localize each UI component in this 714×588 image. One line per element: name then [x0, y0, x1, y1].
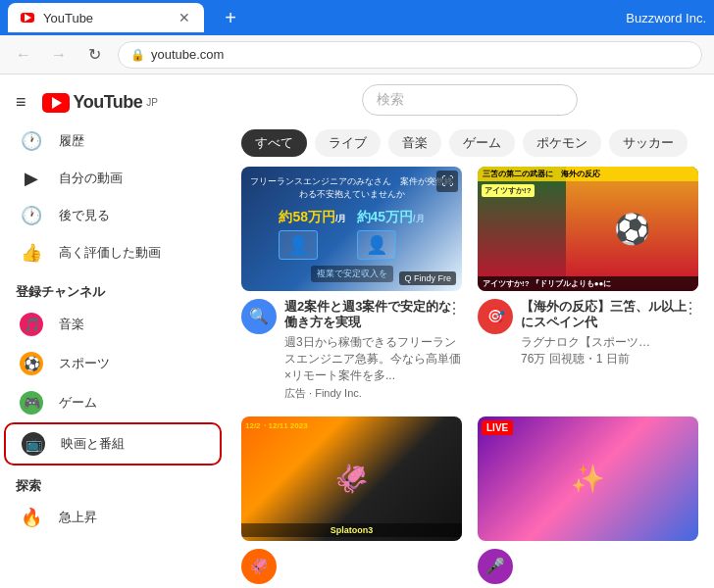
video-details-live: [521, 549, 698, 584]
content-area: 検索 すべて ライブ 音楽 ゲーム ポケモン サッカー フリーランスエンジニアの…: [226, 74, 714, 588]
subscriptions-section-title: 登録チャンネル: [0, 271, 226, 305]
browser-topright-text: Buzzword Inc.: [626, 11, 706, 25]
video-card-live: LIVE ✨ 🎤: [470, 416, 698, 584]
video-thumb-splatoon[interactable]: 12/2・12/11 2023 🦑 Splatoon3: [241, 416, 462, 541]
new-tab-button[interactable]: +: [216, 7, 245, 29]
sidebar-item-gaming-channel[interactable]: 🎮 ゲーム: [4, 383, 222, 422]
video-thumb-ad[interactable]: フリーランスエンジニアのみなさん 案件が突然終わる不安抱えていませんか 約58万…: [241, 167, 462, 291]
yt-icon: [42, 93, 70, 113]
play-icon: ▶: [20, 168, 43, 189]
chip-live[interactable]: ライブ: [315, 129, 381, 157]
content-header: 検索: [226, 74, 714, 125]
thumb-ad-title: フリーランスエンジニアのみなさん 案件が突然終わる不安抱えていませんか: [249, 175, 454, 201]
forward-button[interactable]: →: [47, 46, 71, 64]
sidebar: ≡ YouTubeJP 🕐 履歴 ▶ 自分の動画 🕐 後で見る 👍 高く評価した…: [0, 74, 226, 588]
thumb-sport-content: ⚽ 三笘の第二の武器に 海外の反応 アイツすか!? 『ドリブルよりも●●に アイ…: [478, 167, 698, 291]
sidebar-item-music-channel[interactable]: 🎵 音楽: [4, 305, 222, 344]
tab-title: YouTube: [43, 11, 169, 25]
sidebar-item-liked[interactable]: 👍 高く評価した動画: [4, 234, 222, 271]
tab-close-button[interactable]: ✕: [177, 10, 192, 25]
sidebar-label-gaming-channel: ゲーム: [59, 394, 97, 412]
youtube-logo[interactable]: YouTubeJP: [42, 92, 159, 113]
thumb-live-content: LIVE ✨: [478, 416, 698, 541]
chip-all[interactable]: すべて: [241, 129, 307, 157]
chip-soccer[interactable]: サッカー: [609, 129, 688, 157]
yt-logo-text: YouTube: [74, 92, 143, 113]
video-info-splatoon: 🦑: [241, 549, 462, 584]
thumb-player: ⚽: [566, 167, 698, 291]
music-channel-avatar: 🎵: [20, 313, 43, 336]
sidebar-header: ≡ YouTubeJP: [0, 82, 226, 122]
splatoon-subtitle: Splatoon3: [241, 523, 462, 537]
sidebar-label-sports-channel: スポーツ: [59, 355, 110, 372]
video-thumb-sport[interactable]: ⚽ 三笘の第二の武器に 海外の反応 アイツすか!? 『ドリブルよりも●●に アイ…: [478, 167, 698, 291]
thumb-sport-overlay-bottom: アイツすか!? 『ドリブルよりも●●に: [478, 276, 698, 291]
video-meta-sport: 76万 回視聴・1 日前: [521, 351, 698, 368]
history-icon: 🕐: [20, 130, 43, 152]
browser-addressbar: ← → ↻ 🔒 youtube.com: [0, 35, 714, 74]
hamburger-menu-button[interactable]: ≡: [16, 92, 26, 113]
explore-section-title: 探索: [0, 466, 226, 499]
video-info-ad: 🔍 週2案件と週3案件で安定的な働き方を実現 週3日から稼働できるフリーランスエ…: [241, 299, 462, 402]
gaming-channel-avatar: 🎮: [20, 391, 43, 415]
refresh-button[interactable]: ↻: [82, 45, 106, 64]
findy-logo: Q Findy Fre: [399, 271, 456, 285]
main-layout: ≡ YouTubeJP 🕐 履歴 ▶ 自分の動画 🕐 後で見る 👍 高く評価した…: [0, 74, 714, 588]
video-info-sport: 🎯 【海外の反応】三笘、ル以上にスペイン代 ラグナロク【スポーツ… 76万 回視…: [478, 299, 698, 368]
browser-titlebar: YouTube ✕ + Buzzword Inc.: [0, 0, 714, 35]
tab-favicon: [20, 10, 35, 25]
sidebar-label-history: 履歴: [59, 132, 84, 150]
video-card-splatoon: 12/2・12/11 2023 🦑 Splatoon3 🦑: [241, 416, 470, 584]
video-channel-name-sport: ラグナロク【スポーツ…: [521, 334, 698, 351]
search-placeholder-text: 検索: [377, 91, 404, 109]
yellow-badge: アイツすか!?: [482, 184, 535, 197]
video-channel-avatar-splatoon: 🦑: [241, 549, 277, 584]
video-details-splatoon: [284, 549, 462, 584]
thumb-ad-bottom: 複業で安定収入を: [311, 266, 393, 282]
video-title-ad: 週2案件と週3案件で安定的な働き方を実現: [284, 299, 462, 332]
live-visual: ✨: [571, 463, 605, 495]
video-info-live: 🎤: [478, 549, 698, 584]
yt-logo-jp: JP: [146, 97, 158, 108]
sidebar-label-watch-later: 後で見る: [59, 207, 110, 224]
video-card-sport: ⚽ 三笘の第二の武器に 海外の反応 アイツすか!? 『ドリブルよりも●●に アイ…: [470, 167, 698, 401]
sidebar-item-trending[interactable]: 🔥 急上昇: [4, 499, 222, 536]
sidebar-label-liked: 高く評価した動画: [59, 244, 161, 262]
sports-channel-avatar: ⚽: [20, 352, 43, 375]
video-more-button-ad[interactable]: ⋮: [446, 299, 462, 318]
thumbs-up-icon: 👍: [20, 242, 43, 264]
sidebar-item-watch-later[interactable]: 🕐 後で見る: [4, 197, 222, 234]
search-box[interactable]: 検索: [362, 84, 578, 116]
address-bar[interactable]: 🔒 youtube.com: [118, 41, 702, 69]
video-channel-avatar-sport: 🎯: [478, 299, 513, 334]
thumb-splatoon-text: 12/2・12/11 2023: [245, 420, 308, 431]
lock-icon: 🔒: [130, 48, 145, 62]
chip-music[interactable]: 音楽: [388, 129, 441, 157]
video-card-ad: フリーランスエンジニアのみなさん 案件が突然終わる不安抱えていませんか 約58万…: [241, 167, 470, 401]
sidebar-item-movies-channel[interactable]: 📺 映画と番組: [4, 422, 222, 466]
thumb-sport-overlay-top: 三笘の第二の武器に 海外の反応: [478, 167, 698, 181]
sidebar-label-movies-channel: 映画と番組: [61, 435, 125, 453]
sidebar-item-my-videos[interactable]: ▶ 自分の動画: [4, 160, 222, 197]
video-details-ad: 週2案件と週3案件で安定的な働き方を実現 週3日から稼働できるフリーランスエンジ…: [284, 299, 462, 402]
video-channel-avatar-live: 🎤: [478, 549, 513, 584]
video-more-button-sport[interactable]: ⋮: [683, 299, 698, 318]
video-thumb-live[interactable]: LIVE ✨: [478, 416, 698, 541]
browser-tab[interactable]: YouTube ✕: [8, 3, 204, 32]
thumb-ad-sub: 約45万円/月: [357, 209, 425, 226]
splatoon-emoji: 🦑: [334, 463, 369, 495]
thumb-splatoon-content: 12/2・12/11 2023 🦑 Splatoon3: [241, 416, 462, 541]
chip-pokemon[interactable]: ポケモン: [523, 129, 601, 157]
sidebar-item-history[interactable]: 🕐 履歴: [4, 122, 222, 160]
sidebar-item-sports-channel[interactable]: ⚽ スポーツ: [4, 344, 222, 383]
video-channel-avatar-ad: 🔍: [241, 299, 277, 334]
chip-gaming[interactable]: ゲーム: [449, 129, 515, 157]
video-details-sport: 【海外の反応】三笘、ル以上にスペイン代 ラグナロク【スポーツ… 76万 回視聴・…: [521, 299, 698, 368]
back-button[interactable]: ←: [12, 46, 35, 64]
video-ad-label: 広告 · Findy Inc.: [284, 386, 462, 401]
expand-icon[interactable]: ⛶: [436, 171, 458, 192]
video-title-sport: 【海外の反応】三笘、ル以上にスペイン代: [521, 299, 698, 332]
video-description-ad: 週3日から稼働できるフリーランスエンジニア急募。今なら高単価×リモート案件を多.…: [284, 334, 462, 384]
filter-chips: すべて ライブ 音楽 ゲーム ポケモン サッカー: [226, 125, 714, 167]
watch-later-icon: 🕐: [20, 205, 43, 226]
